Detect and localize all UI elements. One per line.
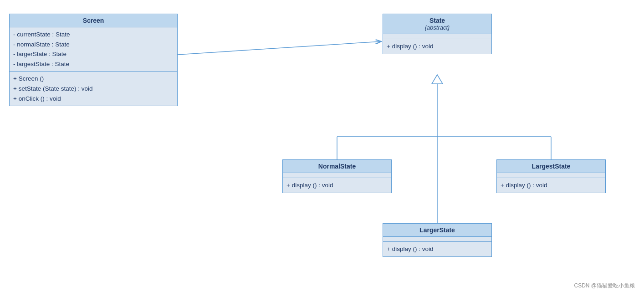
screen-attributes: - currentState : State - normalState : S… <box>10 27 177 72</box>
screen-attr-3: - largerState : State <box>13 49 174 59</box>
svg-line-0 <box>178 41 381 55</box>
state-class: State {abstract} + display () : void <box>383 14 492 54</box>
screen-class-name: Screen <box>83 17 104 24</box>
screen-method-2: + setState (State state) : void <box>13 84 174 94</box>
state-methods: + display () : void <box>383 39 491 54</box>
state-class-name: State <box>429 17 445 24</box>
diagram-container: Screen - currentState : State - normalSt… <box>0 0 644 297</box>
largerstate-method-1: + display () : void <box>387 244 488 254</box>
normalstate-class: NormalState + display () : void <box>282 159 392 193</box>
state-attributes <box>383 34 491 39</box>
screen-attr-4: - largestState : State <box>13 59 174 69</box>
state-class-header: State {abstract} <box>383 14 491 34</box>
screen-method-1: + Screen () <box>13 74 174 84</box>
largeststate-class-name: LargestState <box>532 163 571 170</box>
state-abstract-label: {abstract} <box>388 24 487 31</box>
normalstate-methods: + display () : void <box>283 178 391 193</box>
largeststate-class-header: LargestState <box>497 160 605 173</box>
largerstate-attributes <box>383 237 491 242</box>
svg-marker-7 <box>432 75 443 84</box>
largerstate-class-header: LargerState <box>383 224 491 237</box>
screen-attr-1: - currentState : State <box>13 30 174 40</box>
largerstate-class-name: LargerState <box>419 226 455 234</box>
screen-attr-2: - normalState : State <box>13 40 174 50</box>
watermark: CSDN @猫猫爱吃小鱼粮 <box>574 282 635 290</box>
screen-methods: + Screen () + setState (State state) : v… <box>10 72 177 106</box>
screen-class-header: Screen <box>10 14 177 27</box>
screen-class: Screen - currentState : State - normalSt… <box>9 14 178 106</box>
screen-method-3: + onClick () : void <box>13 94 174 104</box>
largerstate-methods: + display () : void <box>383 242 491 256</box>
largerstate-class: LargerState + display () : void <box>383 223 492 257</box>
normalstate-method-1: + display () : void <box>286 180 388 190</box>
largeststate-attributes <box>497 173 605 178</box>
largeststate-method-1: + display () : void <box>501 180 602 190</box>
largeststate-methods: + display () : void <box>497 178 605 193</box>
normalstate-class-name: NormalState <box>318 163 356 170</box>
normalstate-attributes <box>283 173 391 178</box>
normalstate-class-header: NormalState <box>283 160 391 173</box>
largeststate-class: LargestState + display () : void <box>496 159 606 193</box>
state-method-1: + display () : void <box>387 41 488 51</box>
